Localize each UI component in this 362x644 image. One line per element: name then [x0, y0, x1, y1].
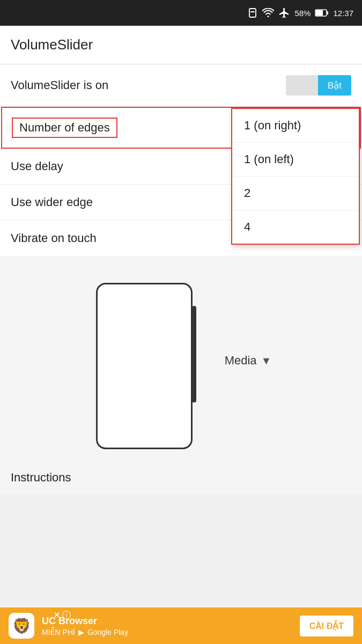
- ad-text-column: UC Browser MIỄN PHÍ ▶ Google Play: [42, 616, 292, 636]
- ad-app-icon: 🦁: [9, 613, 34, 639]
- ad-dismiss-area: ✕ i: [54, 611, 71, 619]
- toggle-switch[interactable]: Bật: [286, 75, 351, 96]
- app-bar: VolumeSlider: [0, 26, 362, 64]
- phone-illustration: [96, 283, 193, 449]
- app-title: VolumeSlider: [11, 36, 93, 53]
- status-icons: 58% 12:37: [247, 7, 353, 19]
- use-wider-edge-label: Use wider edge: [11, 195, 93, 209]
- vibrate-on-touch-label: Vibrate on touch: [11, 231, 97, 245]
- volumeslider-on-row: VolumeSlider is on Bật: [0, 64, 362, 107]
- svg-rect-3: [327, 11, 328, 14]
- dropdown-option-4[interactable]: 4: [232, 210, 359, 244]
- dropdown-option-1-right[interactable]: 1 (on right): [232, 109, 359, 143]
- ad-install-button[interactable]: CÀI ĐẶT: [300, 616, 353, 636]
- battery-icon: [315, 9, 329, 17]
- ad-free-label: MIỄN PHÍ: [42, 628, 75, 636]
- phone-right-bar: [192, 306, 196, 402]
- status-bar: 58% 12:37: [0, 0, 362, 26]
- dropdown-option-1-left[interactable]: 1 (on left): [232, 143, 359, 177]
- wifi-icon: [262, 8, 274, 18]
- vibrate-icon: [247, 7, 258, 19]
- phone-media-section: Media ▼: [0, 256, 362, 460]
- volumeslider-on-label: VolumeSlider is on: [11, 78, 108, 92]
- edges-dropdown[interactable]: 1 (on right) 1 (on left) 2 4: [231, 108, 360, 245]
- svg-rect-4: [316, 10, 323, 16]
- ad-play-store-label: Google Play: [87, 628, 128, 636]
- ad-play-icon: ▶: [78, 628, 84, 636]
- instructions-section: Instructions: [0, 460, 362, 494]
- svg-rect-0: [249, 9, 256, 17]
- toggle-on-label[interactable]: Bật: [318, 75, 351, 96]
- use-delay-label: Use delay: [11, 159, 63, 173]
- time-display: 12:37: [333, 9, 353, 18]
- number-of-edges-row: Number of edges 1 (on right) 1 (on left)…: [1, 107, 361, 149]
- number-of-edges-label: Number of edges: [12, 118, 117, 138]
- battery-percent: 58%: [294, 9, 311, 18]
- instructions-title: Instructions: [11, 471, 351, 485]
- ad-close-icon[interactable]: ✕: [54, 611, 60, 619]
- svg-rect-1: [250, 11, 255, 12]
- ad-banner: 🦁 UC Browser MIỄN PHÍ ▶ Google Play CÀI …: [0, 608, 362, 644]
- ad-info-icon[interactable]: i: [62, 611, 71, 619]
- settings-container: VolumeSlider is on Bật Number of edges 1…: [0, 64, 362, 256]
- media-dropdown[interactable]: Media ▼: [225, 354, 272, 368]
- ad-icon-emoji: 🦁: [12, 617, 31, 635]
- media-label: Media: [225, 354, 257, 368]
- airplane-icon: [278, 7, 290, 19]
- ad-subtitle-row: MIỄN PHÍ ▶ Google Play: [42, 628, 292, 636]
- toggle-off-area: [286, 75, 318, 96]
- dropdown-option-2[interactable]: 2: [232, 177, 359, 210]
- media-arrow-icon: ▼: [261, 355, 272, 367]
